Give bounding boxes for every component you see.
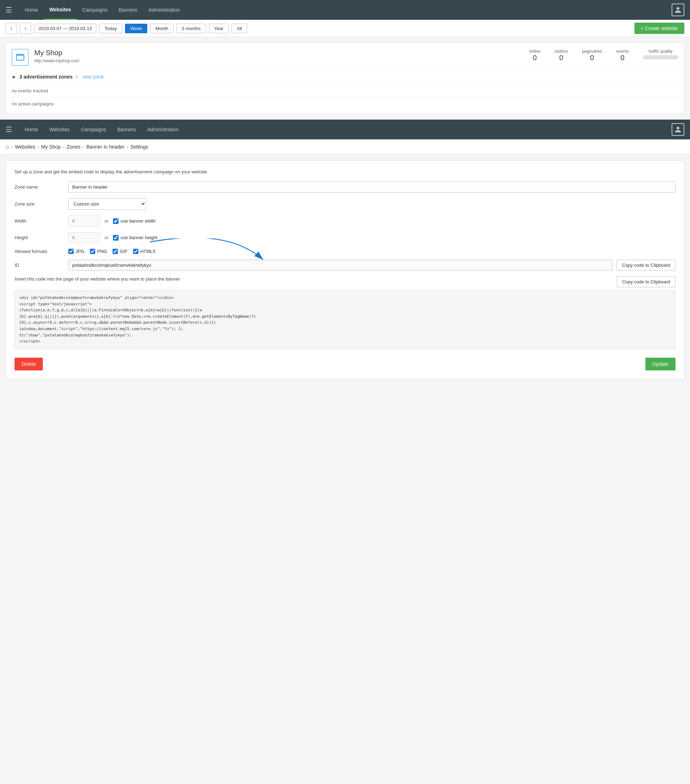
navbar-top: ☰ Home Websites Campaigns Banners Admini… [0, 0, 690, 20]
no-events-text: no events tracked [12, 86, 678, 95]
nav-home[interactable]: Home [19, 1, 43, 19]
website-name: My Shop [34, 49, 523, 57]
use-banner-width-text: use banner width [121, 218, 156, 224]
width-input[interactable] [68, 216, 100, 226]
new-zone-link[interactable]: new zone [83, 74, 104, 80]
stat-events: events 0 [616, 49, 629, 62]
stat-pageviews: pageviews 0 [582, 49, 602, 62]
stat-traffic: traffic quality [643, 49, 678, 62]
stat-online: online 0 [529, 49, 541, 62]
nav-links-bottom: Home Websites Campaigns Banners Administ… [19, 120, 672, 139]
plus-icon: + [75, 74, 78, 80]
nav2-websites[interactable]: Websites [43, 120, 75, 139]
formats-label: Allowed formats [15, 249, 64, 254]
id-input[interactable] [68, 260, 612, 271]
format-png: PNG [90, 249, 107, 254]
hamburger-menu-icon-2[interactable]: ☰ [6, 125, 12, 134]
nav-links-top: Home Websites Campaigns Banners Administ… [19, 0, 672, 20]
no-campaigns-text: no active campaigns [12, 99, 678, 108]
zone-size-label: Zone size [15, 201, 64, 207]
height-input[interactable] [68, 232, 100, 243]
zone-size-select[interactable]: Custom size [68, 198, 146, 210]
use-banner-height-checkbox[interactable] [113, 235, 119, 240]
website-section: My Shop http://www.myshop.com online 0 v… [6, 43, 684, 114]
use-banner-width-label: use banner width [113, 218, 156, 224]
nav-banners[interactable]: Banners [113, 1, 143, 19]
nav2-campaigns[interactable]: Campaigns [75, 120, 112, 139]
breadcrumb-banner[interactable]: Banner in header [86, 144, 124, 150]
code-block: <div id="pxfatahndkcolmqbuefzramvkekrwfy… [15, 290, 675, 349]
actions-row: Delete Update [15, 358, 675, 371]
website-url[interactable]: http://www.myshop.com [34, 58, 79, 63]
zone-size-row: Zone size Custom size [15, 198, 675, 210]
breadcrumb-myshop[interactable]: My Shop [41, 144, 61, 150]
format-html5: HTML5 [133, 249, 155, 254]
zone-name-row: Zone name [15, 181, 675, 193]
format-png-checkbox[interactable] [90, 249, 95, 254]
breadcrumb-settings: Settings [130, 144, 149, 150]
home-icon[interactable]: ⌂ [6, 143, 9, 150]
expand-icon[interactable]: ► [12, 74, 17, 80]
update-btn[interactable]: Update [645, 358, 675, 371]
use-banner-height-label: use banner height [113, 235, 158, 240]
breadcrumb-websites[interactable]: Websites [15, 144, 35, 150]
website-card: My Shop http://www.myshop.com online 0 v… [12, 49, 678, 66]
nav-campaigns[interactable]: Campaigns [77, 1, 113, 19]
id-label: ID [15, 262, 64, 268]
zone-name-input[interactable] [68, 181, 675, 193]
nav2-home[interactable]: Home [19, 120, 43, 139]
format-html5-checkbox[interactable] [133, 249, 139, 254]
today-btn[interactable]: Today [99, 24, 122, 33]
copy-embed-btn[interactable]: Copy code to Clipboard [617, 276, 675, 287]
format-gif-checkbox[interactable] [112, 249, 118, 254]
month-btn[interactable]: Month [150, 24, 173, 33]
use-banner-width-checkbox[interactable] [113, 218, 119, 224]
delete-btn[interactable]: Delete [15, 358, 43, 371]
embed-section: Insert this code into the page of your w… [15, 276, 675, 349]
breadcrumb: ⌂ › Websites › My Shop › Zones › Banner … [0, 139, 690, 155]
website-stats: online 0 visitors 0 pageviews 0 events 0… [529, 49, 678, 62]
all-btn[interactable]: All [231, 24, 247, 33]
formats-row: Allowed formats JPG PNG GIF HTML5 [15, 249, 675, 254]
nav2-banners[interactable]: Banners [112, 120, 142, 139]
zones-label: 3 advertisement zones [20, 74, 73, 80]
toolbar: ‹ › 2019.03.07 — 2019.03.13 Today Week M… [0, 20, 690, 37]
create-website-btn[interactable]: + Create website [634, 23, 684, 34]
ad-zones-row: ► 3 advertisement zones + new zone [12, 70, 678, 82]
week-btn[interactable]: Week [125, 24, 147, 33]
breadcrumb-zones[interactable]: Zones [66, 144, 80, 150]
id-row: ID Copy code to Clipboard [15, 260, 675, 271]
prev-btn[interactable]: ‹ [6, 23, 17, 34]
settings-description: Set up a zone and get the embed code to … [15, 169, 675, 175]
nav-websites[interactable]: Websites [43, 0, 76, 20]
or-text-height: or [104, 235, 109, 240]
nav-right [672, 3, 684, 16]
zone-name-label: Zone name [15, 184, 64, 189]
embed-header: Insert this code into the page of your w… [15, 276, 675, 287]
format-gif: GIF [112, 249, 127, 254]
or-text-width: or [104, 218, 109, 224]
settings-section: Set up a zone and get the embed code to … [6, 160, 684, 379]
traffic-bar [643, 55, 678, 59]
copy-id-btn[interactable]: Copy code to Clipboard [617, 260, 675, 271]
hamburger-menu-icon[interactable]: ☰ [6, 6, 12, 14]
height-label: Height [15, 235, 64, 240]
nav-right-2 [672, 123, 684, 136]
year-btn[interactable]: Year [209, 24, 229, 33]
height-row: Height or use banner height [15, 232, 675, 243]
next-btn[interactable]: › [20, 23, 31, 34]
website-info: My Shop http://www.myshop.com [34, 49, 523, 63]
width-label: Width [15, 218, 64, 224]
user-icon[interactable] [672, 3, 684, 16]
width-row: Width or use banner width [15, 216, 675, 226]
nav2-administration[interactable]: Administration [142, 120, 185, 139]
use-banner-height-text: use banner height [121, 235, 158, 240]
embed-description: Insert this code into the page of your w… [15, 276, 612, 282]
navbar-bottom: ☰ Home Websites Campaigns Banners Admini… [0, 120, 690, 139]
stat-visitors: visitors 0 [555, 49, 568, 62]
user-icon-2[interactable] [672, 123, 684, 136]
date-range: 2019.03.07 — 2019.03.13 [34, 24, 96, 33]
nav-administration[interactable]: Administration [143, 1, 186, 19]
format-jpg-checkbox[interactable] [68, 249, 74, 254]
three-months-btn[interactable]: 3 months [176, 24, 206, 33]
